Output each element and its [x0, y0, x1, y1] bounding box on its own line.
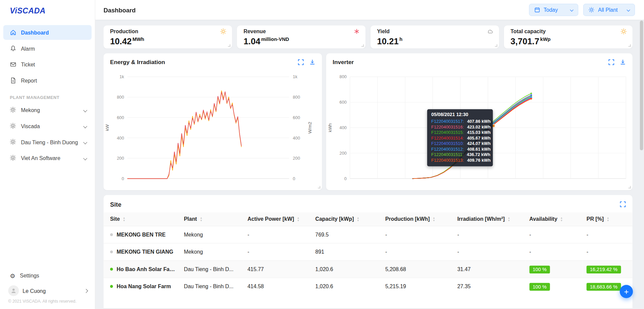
sidebar-item-label: Viet An Software	[21, 155, 60, 161]
table-header-row: Site▲▼Plant▲▼Active Power [kW]▲▼Capacity…	[103, 212, 632, 226]
table-row-mekong-tien-giang[interactable]: MEKONG TIEN GIANGMekong-891----	[103, 243, 632, 260]
sort-icon: ▲▼	[433, 217, 435, 221]
sidebar-item-dashboard[interactable]: Dashboard	[3, 25, 92, 40]
column-header-pr[interactable]: PR [%]▲▼	[583, 212, 633, 226]
site-table-card: Site Site▲▼Plant▲▼Active Power [kW]▲▼Cap…	[103, 195, 632, 308]
column-header-capacity-kwp[interactable]: Capacity [kWp]▲▼	[311, 212, 381, 226]
sidebar-item-label: Dashboard	[21, 30, 49, 36]
svg-text:0: 0	[293, 176, 295, 181]
cell-availability: -	[525, 243, 582, 260]
sidebar-item-label: Ticket	[21, 61, 35, 67]
resize-handle[interactable]	[361, 44, 364, 47]
tooltip-row: F122040031510:424.07 kWh	[431, 141, 489, 147]
chevron-down-icon	[627, 8, 630, 11]
site-table: Site▲▼Plant▲▼Active Power [kW]▲▼Capacity…	[103, 212, 632, 295]
kpi-label: Production	[110, 28, 138, 34]
expand-icon[interactable]	[298, 59, 304, 65]
cell-production-kwh: 5,208.68	[381, 261, 453, 278]
column-header-production-kwh[interactable]: Production [kWh]▲▼	[381, 212, 453, 226]
kpi-row: Production 10.42MWh Revenue	[103, 25, 632, 49]
calendar-icon	[534, 7, 540, 13]
column-header-irradiation-wh-m[interactable]: Irradiation [Wh/m²]▲▼	[453, 212, 525, 226]
energy-irradiation-card: Energy & Irradiation 0020020040040060060…	[103, 53, 322, 190]
cell-irradiation-wh-m: 27.35	[453, 278, 525, 295]
tooltip-row: F122040031511:436.72 kWh	[431, 152, 489, 158]
resize-handle[interactable]	[628, 44, 631, 47]
home-icon	[10, 29, 16, 36]
download-icon[interactable]	[309, 59, 315, 65]
tooltip-title: 05/08/2021 12:30	[431, 112, 489, 117]
plant-filter-button[interactable]: All Plant	[583, 4, 635, 16]
table-body: MEKONG BEN TREMekong-769.5----MEKONG TIE…	[103, 226, 632, 295]
table-title: Site	[110, 201, 121, 208]
cell-irradiation-wh-m: -	[453, 226, 525, 243]
kpi-value: 10.42MWh	[110, 35, 226, 46]
page-title: Dashboard	[103, 6, 136, 13]
column-label: Availability	[529, 216, 557, 222]
expand-icon[interactable]	[620, 201, 626, 207]
date-filter-button[interactable]: Today	[529, 4, 579, 16]
kpi-card-production: Production 10.42MWh	[103, 25, 232, 49]
download-icon[interactable]	[620, 59, 626, 65]
logo[interactable]: ViSCADA	[0, 0, 95, 20]
svg-text:200: 200	[117, 156, 124, 161]
sidebar-item-mekong[interactable]: Mekong	[3, 103, 92, 117]
svg-text:600: 600	[339, 100, 346, 105]
svg-text:800: 800	[339, 74, 346, 80]
sidebar-item-label: Mekong	[21, 107, 40, 113]
cell-site: MEKONG TIEN GIANG	[103, 243, 180, 260]
expand-icon[interactable]	[608, 59, 614, 65]
copyright: © 2021 ViSCADA. All rights reserved.	[0, 298, 95, 307]
kpi-value: 3,701.7kWp	[510, 35, 627, 46]
sidebar-item-label: Alarm	[21, 45, 35, 51]
svg-text:200: 200	[293, 156, 300, 161]
column-header-site[interactable]: Site▲▼	[103, 212, 180, 226]
cell-pr: -	[583, 243, 633, 260]
cell-capacity-kwp: 769.5	[311, 226, 381, 243]
app: ViSCADA Dashboard Alarm Ticket	[0, 0, 644, 309]
user-name: Le Cuong	[22, 288, 46, 294]
sidebar-item-viet-an-software[interactable]: Viet An Software	[3, 151, 92, 165]
cell-irradiation-wh-m: -	[453, 243, 525, 260]
settings-label: Settings	[20, 273, 39, 279]
resize-handle[interactable]	[628, 186, 631, 188]
status-dot	[110, 268, 113, 271]
column-label: Site	[110, 216, 120, 222]
table-row-ho-bao-anh-solar-far[interactable]: Ho Bao Anh Solar Far...Dau Tieng - Binh …	[103, 261, 632, 278]
cell-active-power-kw: 414.58	[243, 278, 311, 295]
tooltip-row: F122040031513:409.76 kWh	[431, 157, 489, 163]
column-header-active-power-kw[interactable]: Active Power [kW]▲▼	[243, 212, 311, 226]
user-menu[interactable]: Le Cuong	[0, 282, 95, 298]
plant-filter-value: All Plant	[598, 7, 617, 13]
kpi-label: Revenue	[244, 28, 266, 34]
sidebar-item-report[interactable]: Report	[3, 73, 92, 88]
chevron-down-icon	[83, 124, 87, 128]
revenue-icon	[354, 28, 360, 34]
column-label: Capacity [kWp]	[315, 216, 354, 222]
table-row-hoa-nang-solar-farm[interactable]: Hoa Nang Solar FarmDau Tieng - Binh D...…	[103, 278, 632, 295]
resize-handle[interactable]	[495, 44, 497, 47]
sort-icon: ▲▼	[200, 217, 202, 221]
sun-icon	[621, 28, 627, 34]
cell-plant: Mekong	[180, 243, 243, 260]
column-header-plant[interactable]: Plant▲▼	[180, 212, 243, 226]
sidebar-item-label: Viscada	[21, 123, 40, 129]
cell-irradiation-wh-m: 31.47	[453, 261, 525, 278]
add-button[interactable]: +	[620, 285, 633, 298]
sidebar-item-ticket[interactable]: Ticket	[3, 57, 92, 72]
sidebar-item-alarm[interactable]: Alarm	[3, 41, 92, 56]
column-header-availability[interactable]: Availability▲▼	[525, 212, 582, 226]
sidebar-item-viscada[interactable]: Viscada	[3, 119, 92, 134]
energy-chart[interactable]: 002002004004006006008008001k1kkWW/m2	[103, 69, 322, 187]
resize-handle[interactable]	[228, 44, 230, 47]
resize-handle[interactable]	[318, 186, 320, 188]
date-filter-value: Today	[544, 7, 558, 13]
sidebar-item-dau-tieng-binh-duong[interactable]: Dau Tieng - Binh Duong	[3, 135, 92, 149]
sort-icon: ▲▼	[508, 217, 510, 221]
table-row-mekong-ben-tre[interactable]: MEKONG BEN TREMekong-769.5----	[103, 226, 632, 243]
column-label: Irradiation [Wh/m²]	[457, 216, 505, 222]
scrollbar-thumb[interactable]	[640, 20, 643, 150]
sidebar-item-settings[interactable]: ⚙ Settings	[0, 269, 95, 282]
report-icon	[10, 77, 16, 84]
sidebar: ViSCADA Dashboard Alarm Ticket	[0, 0, 95, 309]
